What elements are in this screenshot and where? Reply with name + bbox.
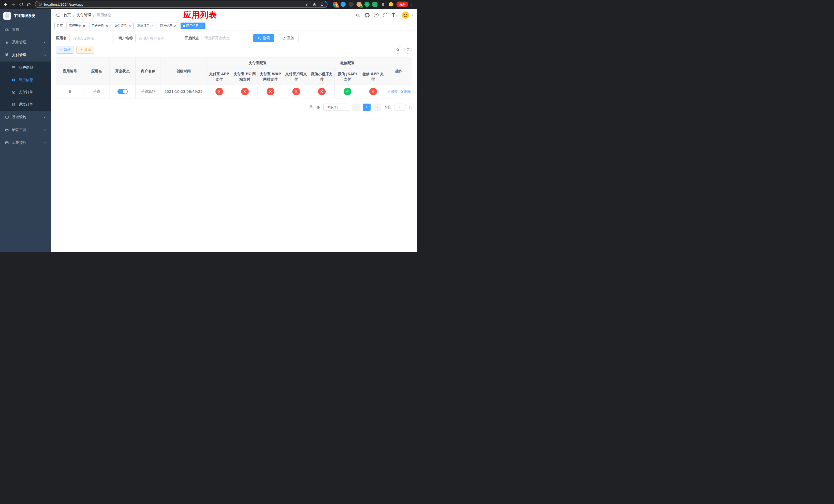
fullscreen-icon[interactable] — [383, 13, 388, 18]
logo-avatar — [3, 12, 11, 20]
add-button[interactable]: 新增 — [56, 46, 74, 53]
tab-merchant-info[interactable]: 商户信息× — [158, 23, 179, 29]
cell-app-no: 6 — [56, 85, 84, 98]
chevron-down-icon — [43, 141, 46, 144]
gear-icon — [5, 40, 9, 45]
search-button[interactable]: 搜索 — [254, 34, 274, 42]
avatar-emoji-icon — [401, 11, 410, 20]
password-key-icon[interactable] — [305, 3, 309, 6]
tab-user-group[interactable]: 用户分组× — [89, 23, 111, 29]
workflow-box-icon — [5, 141, 9, 145]
status-select[interactable]: 请选择开启状态 — [202, 34, 249, 42]
edit-button[interactable]: 修改 — [387, 89, 398, 94]
site-info-icon[interactable] — [39, 3, 42, 6]
close-icon[interactable]: × — [200, 24, 203, 27]
url-text: localhost:1024/pay/app — [44, 3, 83, 6]
search-form: 应用名 商户名称 开启状态 请选择开启状态 搜索 重置 — [56, 34, 412, 42]
sidebar-item-label: 支付订单 — [19, 90, 33, 95]
page-size-value: 10条/页 — [326, 105, 338, 110]
active-tab-dot — [183, 25, 185, 27]
delete-button[interactable]: 删除 — [400, 89, 411, 94]
github-icon[interactable] — [365, 13, 370, 18]
extension-check-icon[interactable]: ✓ — [365, 2, 370, 7]
tab-label: 流程表单 — [69, 24, 81, 28]
breadcrumb-payment[interactable]: 支付管理 — [77, 13, 91, 18]
profile-avatar-icon[interactable]: 1 — [356, 2, 361, 7]
reset-button[interactable]: 重置 — [278, 34, 299, 42]
enable-toggle[interactable] — [117, 89, 128, 94]
sidebar-item-label: 首页 — [12, 27, 19, 32]
extension-book-icon[interactable] — [372, 2, 377, 7]
sidebar-subitem-merchant-info[interactable]: 商户信息 — [0, 62, 51, 74]
extension-icon[interactable] — [341, 2, 346, 7]
user-avatar[interactable]: ▾ — [401, 11, 413, 20]
reload-button[interactable] — [18, 1, 25, 8]
menu-fold-button[interactable] — [55, 13, 60, 18]
app-name-input[interactable] — [69, 34, 113, 42]
next-page-button[interactable]: › — [374, 104, 381, 111]
address-bar[interactable]: localhost:1024/pay/app — [35, 1, 328, 8]
sidebar-item-label: 商户信息 — [19, 65, 33, 70]
close-icon[interactable]: × — [82, 24, 86, 27]
close-icon[interactable]: × — [105, 24, 109, 27]
chevron-down-icon — [43, 41, 46, 44]
col-group-wechat: 微信配置 — [309, 58, 386, 68]
help-icon[interactable]: ? — [374, 13, 378, 18]
tab-refund-order[interactable]: 退款订单× — [135, 23, 156, 29]
breadcrumb-home[interactable]: 首页 — [64, 13, 71, 18]
chevron-up-icon — [43, 53, 46, 56]
refresh-button[interactable] — [404, 46, 412, 53]
sidebar-item-infrastructure[interactable]: 基础设施 — [0, 111, 51, 123]
back-button[interactable] — [2, 1, 9, 8]
close-icon[interactable]: × — [174, 24, 177, 27]
merchant-name-label: 商户名称 — [118, 36, 133, 41]
alipay-app-status-icon: × — [215, 88, 223, 95]
sidebar-item-payment[interactable]: ¥ 支付管理 — [0, 49, 51, 62]
sidebar-item-home[interactable]: 首页 — [0, 23, 51, 36]
app-name-label: 应用名 — [56, 36, 67, 41]
total-count: 共 1 条 — [309, 105, 320, 110]
update-button[interactable]: 更新 — [396, 2, 408, 7]
sidebar-item-label: 系统管理 — [12, 40, 26, 45]
tab-home[interactable]: 首页 — [54, 23, 65, 29]
tab-process-form[interactable]: 流程表单× — [66, 23, 88, 29]
prev-page-button[interactable]: ‹ — [352, 104, 360, 111]
page-1-button[interactable]: 1 — [363, 104, 371, 111]
export-button[interactable]: 导出 — [76, 46, 94, 53]
emoji-extension-icon[interactable] — [388, 2, 393, 7]
sidebar-item-system[interactable]: 系统管理 — [0, 36, 51, 49]
search-icon[interactable] — [355, 13, 360, 18]
tab-label: 用户分组 — [91, 24, 104, 28]
page-title: 应用列表 — [183, 9, 217, 21]
forward-button[interactable] — [10, 1, 17, 8]
bookmark-star-icon[interactable] — [320, 3, 324, 6]
page-size-select[interactable]: 10条/页 — [323, 104, 349, 111]
top-navbar: 首页 / 支付管理 / 应用信息 应用列表 ? TT ▾ — [51, 9, 417, 22]
extension-apps-icon[interactable]: 10 — [333, 2, 338, 7]
payment-submenu: 商户信息 应用信息 支付订单 退款订单 — [0, 62, 51, 111]
goto-page-input[interactable] — [394, 104, 405, 111]
toggle-search-button[interactable] — [394, 46, 402, 53]
share-icon[interactable] — [313, 3, 316, 6]
wechat-app-status-icon: × — [369, 88, 377, 95]
merchant-name-input[interactable] — [135, 34, 179, 42]
sidebar-item-label: 退款订单 — [19, 102, 33, 107]
close-icon[interactable]: × — [128, 24, 131, 27]
sidebar-item-label: 支付管理 — [12, 53, 26, 58]
tab-app-info[interactable]: 应用信息× — [180, 23, 205, 29]
font-size-icon[interactable]: TT — [392, 13, 397, 18]
breadcrumb: 首页 / 支付管理 / 应用信息 — [64, 13, 111, 18]
sidebar-subitem-refund-order[interactable]: 退款订单 — [0, 98, 51, 111]
sidebar-item-dev-tools[interactable]: 研发工具 — [0, 123, 51, 136]
col-header-wechat-jsapi: 微信 JSAPI 支付 — [335, 68, 360, 85]
extensions-puzzle-icon[interactable] — [380, 2, 386, 7]
extension-icon[interactable] — [349, 2, 354, 7]
home-button[interactable] — [25, 1, 32, 8]
sidebar-item-workflow[interactable]: 工作流程 — [0, 136, 51, 149]
sidebar-subitem-app-info[interactable]: 应用信息 — [0, 74, 51, 86]
close-icon[interactable]: × — [151, 24, 154, 27]
browser-menu-button[interactable] — [409, 2, 415, 6]
sidebar-subitem-pay-order[interactable]: 支付订单 — [0, 86, 51, 98]
toolbox-icon — [5, 128, 9, 132]
tab-pay-order[interactable]: 支付订单× — [112, 23, 134, 29]
